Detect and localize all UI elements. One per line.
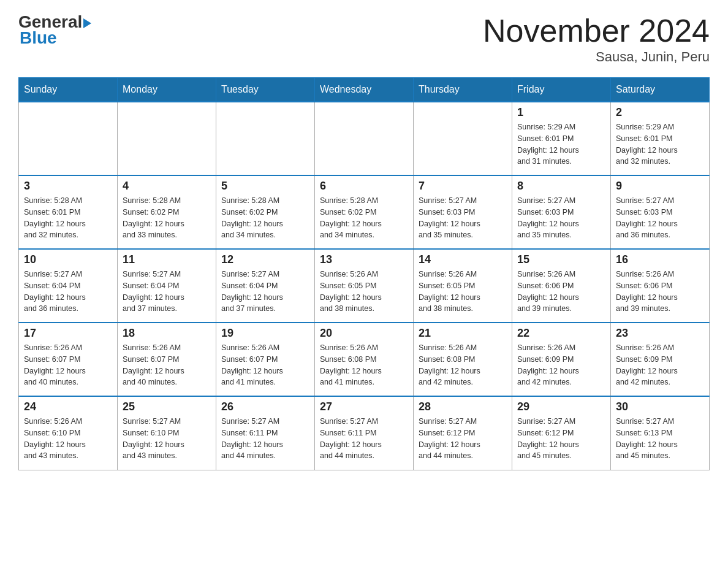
day-info: Sunrise: 5:27 AM Sunset: 6:11 PM Dayligh… [221,416,309,462]
week-row-2: 3Sunrise: 5:28 AM Sunset: 6:01 PM Daylig… [19,175,710,249]
day-number: 10 [24,253,112,266]
day-number: 13 [320,253,408,266]
day-info: Sunrise: 5:27 AM Sunset: 6:04 PM Dayligh… [123,269,211,315]
day-number: 6 [320,180,408,193]
logo-blue: Blue [20,28,57,48]
calendar-cell [19,102,118,175]
day-info: Sunrise: 5:26 AM Sunset: 6:10 PM Dayligh… [24,416,112,462]
logo: General Blue [18,12,91,48]
calendar-cell: 13Sunrise: 5:26 AM Sunset: 6:05 PM Dayli… [315,249,414,323]
day-number: 19 [221,327,309,340]
day-number: 26 [221,400,309,413]
day-number: 23 [616,327,704,340]
header-tuesday: Tuesday [216,78,315,102]
day-number: 11 [123,253,211,266]
calendar-cell: 1Sunrise: 5:29 AM Sunset: 6:01 PM Daylig… [512,102,611,175]
calendar-cell: 15Sunrise: 5:26 AM Sunset: 6:06 PM Dayli… [512,249,611,323]
day-number: 14 [419,253,507,266]
day-number: 8 [517,180,605,193]
calendar-table: Sunday Monday Tuesday Wednesday Thursday… [18,77,710,470]
day-info: Sunrise: 5:26 AM Sunset: 6:07 PM Dayligh… [123,342,211,388]
page-header: General Blue November 2024 Sausa, Junin,… [18,12,710,65]
calendar-cell [414,102,512,175]
day-number: 3 [24,180,112,193]
day-number: 1 [517,106,605,119]
calendar-cell: 25Sunrise: 5:27 AM Sunset: 6:10 PM Dayli… [118,396,216,470]
calendar-cell [315,102,414,175]
day-info: Sunrise: 5:26 AM Sunset: 6:07 PM Dayligh… [24,342,112,388]
calendar-cell: 19Sunrise: 5:26 AM Sunset: 6:07 PM Dayli… [216,323,315,396]
calendar-cell: 28Sunrise: 5:27 AM Sunset: 6:12 PM Dayli… [414,396,512,470]
day-number: 17 [24,327,112,340]
calendar-cell: 16Sunrise: 5:26 AM Sunset: 6:06 PM Dayli… [611,249,710,323]
day-info: Sunrise: 5:29 AM Sunset: 6:01 PM Dayligh… [517,121,605,167]
calendar-cell [118,102,216,175]
calendar-cell: 3Sunrise: 5:28 AM Sunset: 6:01 PM Daylig… [19,175,118,249]
day-info: Sunrise: 5:26 AM Sunset: 6:06 PM Dayligh… [517,269,605,315]
day-number: 27 [320,400,408,413]
week-row-1: 1Sunrise: 5:29 AM Sunset: 6:01 PM Daylig… [19,102,710,175]
calendar-cell: 23Sunrise: 5:26 AM Sunset: 6:09 PM Dayli… [611,323,710,396]
day-info: Sunrise: 5:27 AM Sunset: 6:12 PM Dayligh… [419,416,507,462]
day-info: Sunrise: 5:27 AM Sunset: 6:04 PM Dayligh… [221,269,309,315]
calendar-cell: 24Sunrise: 5:26 AM Sunset: 6:10 PM Dayli… [19,396,118,470]
day-info: Sunrise: 5:27 AM Sunset: 6:13 PM Dayligh… [616,416,704,462]
day-number: 21 [419,327,507,340]
day-headers-row: Sunday Monday Tuesday Wednesday Thursday… [19,78,710,102]
day-info: Sunrise: 5:26 AM Sunset: 6:09 PM Dayligh… [616,342,704,388]
day-info: Sunrise: 5:27 AM Sunset: 6:03 PM Dayligh… [616,195,704,241]
header-friday: Friday [512,78,611,102]
calendar-cell: 9Sunrise: 5:27 AM Sunset: 6:03 PM Daylig… [611,175,710,249]
calendar-cell: 26Sunrise: 5:27 AM Sunset: 6:11 PM Dayli… [216,396,315,470]
calendar-subtitle: Sausa, Junin, Peru [483,49,710,65]
day-number: 24 [24,400,112,413]
calendar-cell: 18Sunrise: 5:26 AM Sunset: 6:07 PM Dayli… [118,323,216,396]
calendar-title: November 2024 [483,12,710,49]
day-number: 2 [616,106,704,119]
calendar-cell: 27Sunrise: 5:27 AM Sunset: 6:11 PM Dayli… [315,396,414,470]
header-saturday: Saturday [611,78,710,102]
day-number: 25 [123,400,211,413]
day-number: 30 [616,400,704,413]
calendar-cell: 11Sunrise: 5:27 AM Sunset: 6:04 PM Dayli… [118,249,216,323]
day-info: Sunrise: 5:26 AM Sunset: 6:08 PM Dayligh… [320,342,408,388]
day-info: Sunrise: 5:27 AM Sunset: 6:03 PM Dayligh… [419,195,507,241]
calendar-cell [216,102,315,175]
calendar-cell: 21Sunrise: 5:26 AM Sunset: 6:08 PM Dayli… [414,323,512,396]
day-number: 5 [221,180,309,193]
header-wednesday: Wednesday [315,78,414,102]
day-info: Sunrise: 5:27 AM Sunset: 6:11 PM Dayligh… [320,416,408,462]
calendar-cell: 2Sunrise: 5:29 AM Sunset: 6:01 PM Daylig… [611,102,710,175]
day-number: 7 [419,180,507,193]
day-info: Sunrise: 5:27 AM Sunset: 6:12 PM Dayligh… [517,416,605,462]
day-info: Sunrise: 5:28 AM Sunset: 6:02 PM Dayligh… [123,195,211,241]
calendar-cell: 30Sunrise: 5:27 AM Sunset: 6:13 PM Dayli… [611,396,710,470]
calendar-cell: 4Sunrise: 5:28 AM Sunset: 6:02 PM Daylig… [118,175,216,249]
week-row-3: 10Sunrise: 5:27 AM Sunset: 6:04 PM Dayli… [19,249,710,323]
day-info: Sunrise: 5:27 AM Sunset: 6:04 PM Dayligh… [24,269,112,315]
day-number: 18 [123,327,211,340]
calendar-cell: 22Sunrise: 5:26 AM Sunset: 6:09 PM Dayli… [512,323,611,396]
day-number: 16 [616,253,704,266]
day-number: 15 [517,253,605,266]
week-row-4: 17Sunrise: 5:26 AM Sunset: 6:07 PM Dayli… [19,323,710,396]
day-number: 12 [221,253,309,266]
calendar-cell: 14Sunrise: 5:26 AM Sunset: 6:05 PM Dayli… [414,249,512,323]
header-thursday: Thursday [414,78,512,102]
header-monday: Monday [118,78,216,102]
day-number: 22 [517,327,605,340]
title-section: November 2024 Sausa, Junin, Peru [483,12,710,65]
week-row-5: 24Sunrise: 5:26 AM Sunset: 6:10 PM Dayli… [19,396,710,470]
day-number: 28 [419,400,507,413]
day-number: 20 [320,327,408,340]
day-number: 4 [123,180,211,193]
calendar-cell: 8Sunrise: 5:27 AM Sunset: 6:03 PM Daylig… [512,175,611,249]
day-info: Sunrise: 5:26 AM Sunset: 6:05 PM Dayligh… [320,269,408,315]
calendar-cell: 7Sunrise: 5:27 AM Sunset: 6:03 PM Daylig… [414,175,512,249]
day-info: Sunrise: 5:27 AM Sunset: 6:03 PM Dayligh… [517,195,605,241]
calendar-cell: 5Sunrise: 5:28 AM Sunset: 6:02 PM Daylig… [216,175,315,249]
calendar-cell: 17Sunrise: 5:26 AM Sunset: 6:07 PM Dayli… [19,323,118,396]
calendar-cell: 12Sunrise: 5:27 AM Sunset: 6:04 PM Dayli… [216,249,315,323]
calendar-cell: 29Sunrise: 5:27 AM Sunset: 6:12 PM Dayli… [512,396,611,470]
day-info: Sunrise: 5:28 AM Sunset: 6:01 PM Dayligh… [24,195,112,241]
